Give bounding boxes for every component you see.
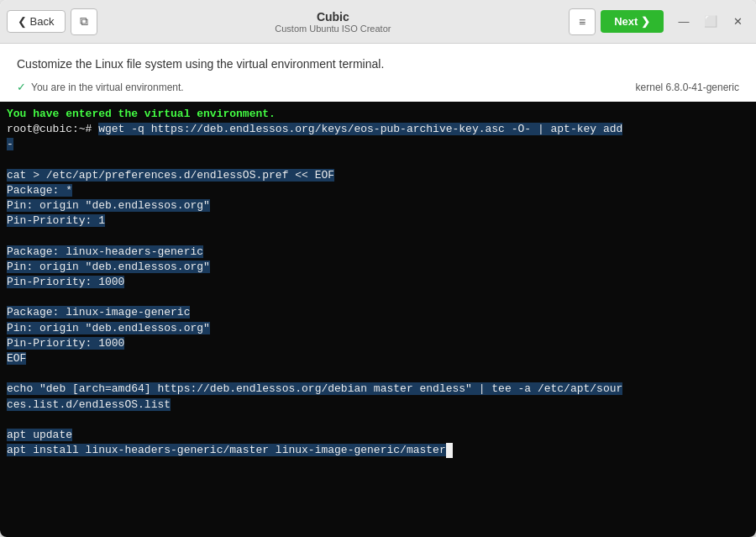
terminal-line-16: apt update: [7, 428, 749, 443]
status-left: ✓ You are in the virtual environment.: [17, 81, 184, 93]
title-bar-left: ❮ Back ⧉: [7, 8, 97, 35]
maximize-button[interactable]: ⬜: [699, 10, 722, 34]
status-bar: ✓ You are in the virtual environment. ke…: [17, 79, 739, 95]
maximize-icon: ⬜: [704, 15, 717, 28]
title-bar: ❮ Back ⧉ Cubic Custom Ubuntu ISO Creator…: [0, 0, 756, 44]
window-controls: — ⬜ ✕: [672, 10, 749, 34]
terminal-line-15: ces.list.d/endlessOS.list: [7, 397, 749, 413]
terminal-empty-2: [7, 229, 749, 245]
terminal-empty-5: [7, 413, 749, 428]
terminal-line-2: -: [7, 137, 749, 152]
terminal-line-10: Package: linux-image-generic: [7, 305, 749, 320]
terminal-line-1: root@cubic:~# wget -q https://deb.endles…: [7, 122, 749, 137]
terminal-line-5: Pin: origin "deb.endlessos.org": [7, 198, 749, 213]
terminal-line-9: Pin-Priority: 1000: [7, 275, 749, 290]
content-area: Customize the Linux file system using th…: [0, 44, 756, 102]
title-bar-right: ≡ Next ❯ — ⬜ ✕: [569, 8, 749, 35]
menu-icon: ≡: [579, 15, 585, 29]
minimize-button[interactable]: —: [672, 10, 696, 34]
title-center: Cubic Custom Ubuntu ISO Creator: [97, 10, 570, 34]
close-button[interactable]: ✕: [726, 10, 749, 34]
terminal-cursor: [446, 443, 453, 458]
next-label: Next ❯: [614, 15, 650, 28]
terminal-container[interactable]: You have entered the virtual environment…: [0, 102, 756, 537]
page-description: Customize the Linux file system using th…: [17, 57, 739, 71]
kernel-info: kernel 6.8.0-41-generic: [636, 82, 739, 93]
terminal-empty-1: [7, 153, 749, 168]
next-button[interactable]: Next ❯: [601, 10, 664, 33]
terminal-line-14: echo "deb [arch=amd64] https://deb.endle…: [7, 382, 749, 397]
terminal-line-7: Package: linux-headers-generic: [7, 245, 749, 260]
terminal-line-6: Pin-Priority: 1: [7, 213, 749, 229]
menu-button[interactable]: ≡: [569, 8, 596, 35]
terminal-empty-4: [7, 366, 749, 382]
app-title: Cubic: [97, 10, 570, 24]
terminal-line-17: apt install linux-headers-generic/master…: [7, 443, 749, 458]
copy-button[interactable]: ⧉: [71, 8, 97, 35]
copy-icon: ⧉: [80, 14, 88, 29]
terminal-line-4: Package: *: [7, 183, 749, 198]
app-subtitle: Custom Ubuntu ISO Creator: [97, 24, 570, 34]
terminal-content[interactable]: You have entered the virtual environment…: [0, 102, 756, 537]
terminal-empty-3: [7, 290, 749, 305]
terminal-line-3: cat > /etc/apt/preferences.d/endlessOS.p…: [7, 168, 749, 183]
back-label: ❮ Back: [18, 15, 55, 28]
back-button[interactable]: ❮ Back: [7, 10, 66, 33]
terminal-line-8: Pin: origin "deb.endlessos.org": [7, 260, 749, 275]
status-text: You are in the virtual environment.: [31, 82, 184, 93]
terminal-line-11: Pin: origin "deb.endlessos.org": [7, 321, 749, 336]
terminal-line-13: EOF: [7, 351, 749, 366]
terminal-line-12: Pin-Priority: 1000: [7, 336, 749, 351]
minimize-icon: —: [679, 15, 690, 28]
check-icon: ✓: [17, 81, 26, 93]
terminal-line-0: You have entered the virtual environment…: [7, 107, 749, 122]
close-icon: ✕: [733, 15, 743, 28]
main-window: ❮ Back ⧉ Cubic Custom Ubuntu ISO Creator…: [0, 0, 756, 537]
